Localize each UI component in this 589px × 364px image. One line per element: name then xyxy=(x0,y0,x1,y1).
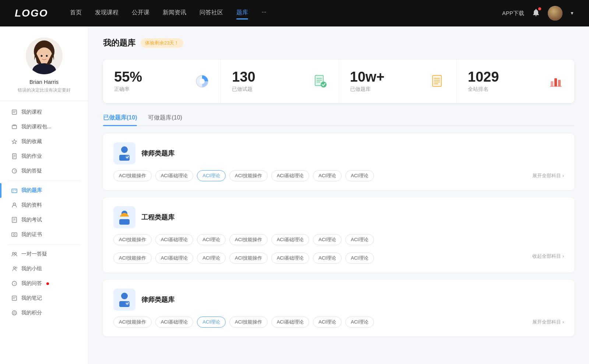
svg-text:?: ? xyxy=(14,282,16,286)
tag-1-3[interactable]: ACI技能操作 xyxy=(229,170,268,181)
expand-btn-3[interactable]: 展开全部科目 › xyxy=(532,319,564,325)
tag-2b-6[interactable]: ACI理论 xyxy=(345,253,374,264)
list-icon xyxy=(431,75,445,88)
tab-available-banks[interactable]: 可做题库(10) xyxy=(148,114,182,125)
tag-1-4[interactable]: ACI基础理论 xyxy=(271,170,310,181)
homework-icon xyxy=(11,153,18,160)
sidebar-item-oneone[interactable]: 一对一答疑 xyxy=(0,247,88,261)
sidebar-item-group[interactable]: 我的小组 xyxy=(0,261,88,276)
sidebar-item-homework[interactable]: 我的作业 xyxy=(0,149,88,164)
tag-1-0[interactable]: ACI技能操作 xyxy=(113,170,152,181)
nav-bank[interactable]: 题库 xyxy=(236,9,248,18)
collapse-btn-2[interactable]: 收起全部科目 › xyxy=(532,253,564,260)
bar-chart-icon xyxy=(549,75,562,88)
notification-bell[interactable] xyxy=(532,8,540,18)
sidebar-item-cert[interactable]: 我的证书 xyxy=(0,227,88,242)
sidebar-item-favorite[interactable]: 我的收藏 xyxy=(0,134,88,149)
tag-2b-1[interactable]: ACI基础理论 xyxy=(155,253,194,264)
logo[interactable]: LOGO xyxy=(15,7,48,19)
svg-rect-22 xyxy=(13,191,14,192)
tag-2-2[interactable]: ACI理论 xyxy=(197,234,226,245)
main-content: 我的题库 体验剩余23天！ 55% 正确率 xyxy=(88,26,589,364)
tag-2b-2[interactable]: ACI理论 xyxy=(197,253,226,264)
tag-1-5[interactable]: ACI理论 xyxy=(313,170,342,181)
svg-point-41 xyxy=(200,79,205,84)
sidebar-item-bank[interactable]: 我的题库 xyxy=(0,183,88,198)
tag-2-6[interactable]: ACI理论 xyxy=(345,234,374,245)
tag-2-5[interactable]: ACI理论 xyxy=(313,234,342,245)
tag-2-1[interactable]: ACI基础理论 xyxy=(155,234,194,245)
nav-news[interactable]: 新闻资讯 xyxy=(163,9,186,18)
sidebar-course-label: 我的课程 xyxy=(21,109,42,115)
bank-card-engineer: 工程类题库 ACI技能操作 ACI基础理论 ACI理论 ACI技能操作 ACI基… xyxy=(103,197,574,272)
bank-icon-lawyer-2 xyxy=(113,289,135,311)
sidebar-package-label: 我的课程包... xyxy=(21,124,52,130)
svg-point-58 xyxy=(125,155,130,159)
sidebar-item-package[interactable]: 我的课程包... xyxy=(0,119,88,134)
sidebar-profile: Brian Harris 错误的决定比没有决定要好 xyxy=(0,38,88,101)
svg-point-64 xyxy=(125,301,130,306)
sidebar-item-exam[interactable]: 我的考试 xyxy=(0,213,88,227)
user-avatar[interactable] xyxy=(548,6,562,21)
top-navigation: LOGO 首页 发现课程 公开课 新闻资讯 问答社区 题库 ··· APP下载 … xyxy=(0,0,589,26)
exam-icon xyxy=(11,217,18,223)
sidebar-exam-label: 我的考试 xyxy=(21,217,42,223)
sidebar-item-course[interactable]: 我的课程 xyxy=(0,105,88,119)
tag-3-4[interactable]: ACI基础理论 xyxy=(271,317,310,328)
page-title: 我的题库 xyxy=(103,38,135,49)
user-menu-chevron[interactable]: ▼ xyxy=(570,11,574,16)
tag-2-4[interactable]: ACI基础理论 xyxy=(271,234,310,245)
sidebar-item-myqa[interactable]: ? 我的问答 xyxy=(0,276,88,291)
tag-2-0[interactable]: ACI技能操作 xyxy=(113,234,152,245)
tabs-row: 已做题库(10) 可做题库(10) xyxy=(103,114,574,126)
sidebar-answer-label: 我的答疑 xyxy=(21,168,42,174)
tag-2b-3[interactable]: ACI技能操作 xyxy=(229,253,268,264)
svg-rect-54 xyxy=(558,80,561,86)
nav-discover[interactable]: 发现课程 xyxy=(95,9,119,18)
tag-3-6[interactable]: ACI理论 xyxy=(345,317,374,328)
sidebar-motto: 错误的决定比没有决定要好 xyxy=(18,87,71,93)
sidebar-item-note[interactable]: 我的笔记 xyxy=(0,291,88,306)
tag-3-2[interactable]: ACI理论 xyxy=(197,317,226,328)
tag-1-6[interactable]: ACI理论 xyxy=(345,170,374,181)
sidebar-note-label: 我的笔记 xyxy=(21,295,42,301)
stat-done-banks: 10w+ 已做题库 xyxy=(339,60,457,103)
tag-2b-0[interactable]: ACI技能操作 xyxy=(113,253,152,264)
stat-accuracy-number: 55% xyxy=(114,70,190,84)
expand-btn-1[interactable]: 展开全部科目 › xyxy=(532,172,564,179)
cert-icon xyxy=(11,231,18,238)
bank-card-lawyer-1: 律师类题库 ACI技能操作 ACI基础理论 ACI理论 ACI技能操作 ACI基… xyxy=(103,133,574,190)
bank-title-3: 律师类题库 xyxy=(141,295,174,304)
sidebar-item-score[interactable]: 我的积分 xyxy=(0,306,88,320)
sidebar-item-profile[interactable]: 我的资料 xyxy=(0,198,88,213)
tag-1-2[interactable]: ACI理论 xyxy=(197,170,226,181)
bank-icon-lawyer xyxy=(113,142,135,164)
divider-2 xyxy=(7,244,81,245)
tag-2b-5[interactable]: ACI理论 xyxy=(313,253,342,264)
svg-point-6 xyxy=(46,55,47,57)
nav-right: APP下载 ▼ xyxy=(502,6,574,21)
tab-done-banks[interactable]: 已做题库(10) xyxy=(103,114,137,125)
nav-more[interactable]: ··· xyxy=(261,9,266,18)
tag-3-0[interactable]: ACI技能操作 xyxy=(113,317,152,328)
bank-card-header-2: 工程类题库 xyxy=(113,206,564,228)
stat-rank: 1029 全站排名 xyxy=(457,60,574,103)
bank-tags-2: ACI技能操作 ACI基础理论 ACI理论 ACI技能操作 ACI基础理论 AC… xyxy=(113,234,564,245)
sidebar-item-answer[interactable]: ? 我的答疑 xyxy=(0,164,88,178)
tag-2b-4[interactable]: ACI基础理论 xyxy=(271,253,310,264)
nav-qa[interactable]: 问答社区 xyxy=(200,9,223,18)
app-download-btn[interactable]: APP下载 xyxy=(502,10,524,17)
oneone-icon xyxy=(11,251,18,257)
nav-home[interactable]: 首页 xyxy=(70,9,82,18)
bank-tags-3: ACI技能操作 ACI基础理论 ACI理论 ACI技能操作 ACI基础理论 AC… xyxy=(113,317,529,328)
tag-3-3[interactable]: ACI技能操作 xyxy=(229,317,268,328)
tag-3-1[interactable]: ACI基础理论 xyxy=(155,317,194,328)
stat-accuracy-label: 正确率 xyxy=(114,86,190,93)
svg-rect-28 xyxy=(12,233,17,236)
tag-2-3[interactable]: ACI技能操作 xyxy=(229,234,268,245)
stat-done-text: 130 已做试题 xyxy=(232,70,307,93)
star-icon xyxy=(11,138,18,145)
tag-1-1[interactable]: ACI基础理论 xyxy=(155,170,194,181)
tag-3-5[interactable]: ACI理论 xyxy=(313,317,342,328)
nav-open-course[interactable]: 公开课 xyxy=(132,9,149,18)
